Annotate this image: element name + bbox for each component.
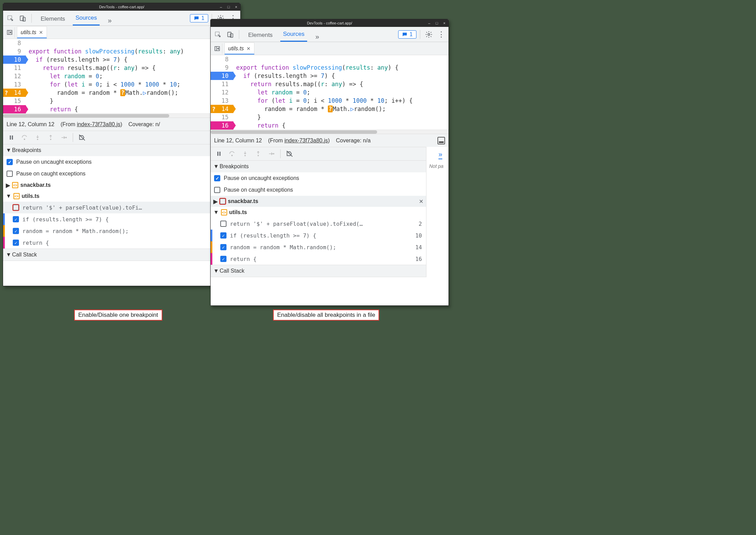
step-over-icon[interactable] <box>226 149 238 159</box>
breakpoint-row[interactable]: return '$' + parseFloat(value).toFi…✎✕2 <box>3 202 240 213</box>
pause-icon[interactable] <box>213 149 224 159</box>
callstack-pane-header[interactable]: ▼Call Stack <box>3 249 240 261</box>
device-icon[interactable] <box>18 13 28 23</box>
line-number[interactable]: 16 <box>211 121 233 130</box>
checkbox[interactable] <box>220 198 226 204</box>
pause-caught-row[interactable]: Pause on caught exceptions <box>211 184 426 196</box>
horizontal-scrollbar[interactable] <box>3 113 240 118</box>
remove-icon[interactable]: ✕ <box>419 198 423 205</box>
step-into-icon[interactable] <box>240 149 251 159</box>
breakpoint-row[interactable]: if (results.length >= 7) {10 <box>3 213 240 225</box>
breakpoint-file-snackbar[interactable]: ▶snackbar.ts✕ <box>211 196 426 207</box>
line-number[interactable]: 10 <box>211 72 233 80</box>
line-number[interactable]: 12 <box>3 72 26 80</box>
deactivate-breakpoints-icon[interactable] <box>284 149 295 159</box>
dock-icon[interactable] <box>437 137 445 144</box>
breakpoint-row[interactable]: random = random * Math.random();14 <box>211 241 426 253</box>
step-out-icon[interactable] <box>45 132 56 143</box>
breakpoint-row[interactable]: if (results.length >= 7) {10 <box>211 230 426 241</box>
maximize-button[interactable]: □ <box>226 5 231 9</box>
inspect-icon[interactable] <box>213 29 223 40</box>
line-number[interactable]: 15 <box>3 97 26 105</box>
tab-elements[interactable]: Elements <box>245 28 275 42</box>
tab-sources[interactable]: Sources <box>73 11 100 26</box>
horizontal-scrollbar[interactable] <box>211 130 448 134</box>
checkbox[interactable] <box>13 216 19 222</box>
cursor-position[interactable]: Line 12, Column 12 <box>7 121 54 128</box>
pause-uncaught-row[interactable]: Pause on uncaught exceptions <box>211 172 426 184</box>
tab-elements[interactable]: Elements <box>38 12 68 26</box>
checkbox[interactable] <box>7 159 13 165</box>
minimize-button[interactable]: – <box>219 5 223 9</box>
file-tab-utils[interactable]: utils.ts ✕ <box>17 26 47 38</box>
navigator-toggle-icon[interactable] <box>212 43 222 54</box>
close-tab-icon[interactable]: ✕ <box>39 30 43 35</box>
more-tabs-icon[interactable]: » <box>312 31 322 42</box>
kebab-icon[interactable]: ⋮ <box>436 29 446 40</box>
settings-icon[interactable] <box>424 29 434 40</box>
pause-icon[interactable] <box>6 132 17 143</box>
more-tabs-icon[interactable]: » <box>439 150 442 158</box>
line-number[interactable]: 10 <box>3 55 26 64</box>
file-tab-utils[interactable]: utils.ts ✕ <box>224 42 254 54</box>
line-number[interactable]: ?14 <box>3 89 26 97</box>
checkbox[interactable] <box>220 244 226 250</box>
tab-sources[interactable]: Sources <box>280 27 307 42</box>
callstack-pane-header[interactable]: ▼Call Stack <box>211 265 426 277</box>
close-button[interactable]: × <box>442 21 446 25</box>
checkbox[interactable] <box>220 256 226 262</box>
breakpoint-row[interactable]: return {16 <box>211 253 426 265</box>
line-number[interactable]: 15 <box>211 113 233 121</box>
line-number[interactable]: 9 <box>211 63 233 72</box>
line-number[interactable]: 8 <box>211 55 233 63</box>
line-number[interactable]: 13 <box>211 97 233 105</box>
step-icon[interactable] <box>58 132 69 143</box>
checkbox[interactable] <box>13 240 19 246</box>
line-number[interactable]: 13 <box>3 80 26 89</box>
breakpoint-row[interactable]: return {16 <box>3 237 240 249</box>
step-out-icon[interactable] <box>253 149 264 159</box>
step-into-icon[interactable] <box>32 132 43 143</box>
breakpoint-file-snackbar[interactable]: ▶<>snackbar.ts <box>3 180 240 191</box>
checkbox[interactable] <box>13 228 19 234</box>
source-map-info[interactable]: (From index-73f73a80.js) <box>61 121 122 128</box>
deactivate-breakpoints-icon[interactable] <box>77 132 88 143</box>
navigator-toggle-icon[interactable] <box>4 27 15 38</box>
breakpoint-row[interactable]: random = random * Math.random();14 <box>3 225 240 237</box>
breakpoint-file-utils[interactable]: ▼<>utils.ts <box>3 191 240 202</box>
line-number[interactable]: 12 <box>211 88 233 97</box>
cursor-position[interactable]: Line 12, Column 12 <box>214 138 262 144</box>
step-over-icon[interactable] <box>19 132 30 143</box>
maximize-button[interactable]: □ <box>435 21 439 25</box>
issues-badge[interactable]: 1 <box>398 30 416 39</box>
checkbox[interactable] <box>220 232 226 239</box>
line-number[interactable]: 11 <box>3 64 26 72</box>
source-map-info[interactable]: (From index-73f73a80.js) <box>268 138 330 144</box>
checkbox[interactable] <box>220 221 226 227</box>
breakpoints-pane-header[interactable]: ▼Breakpoints <box>211 161 426 172</box>
breakpoint-row[interactable]: return '$' + parseFloat(value).toFixed(…… <box>211 218 426 230</box>
device-icon[interactable] <box>225 29 235 40</box>
line-number[interactable]: 8 <box>3 39 26 47</box>
breakpoint-file-utils[interactable]: ▼<>utils.ts <box>211 207 426 218</box>
step-icon[interactable] <box>266 149 277 159</box>
more-tabs-icon[interactable]: » <box>104 15 115 26</box>
breakpoints-pane-header[interactable]: ▼Breakpoints <box>3 144 240 156</box>
line-number[interactable]: 16 <box>3 105 26 113</box>
code-editor[interactable]: 8 9export function slowProcessing(result… <box>3 39 240 118</box>
line-number[interactable]: 9 <box>3 47 26 55</box>
close-tab-icon[interactable]: ✕ <box>246 46 251 51</box>
checkbox[interactable] <box>214 187 220 193</box>
issues-badge[interactable]: 1 <box>190 14 208 22</box>
minimize-button[interactable]: – <box>427 21 431 25</box>
checkbox[interactable] <box>13 204 19 211</box>
close-button[interactable]: × <box>234 5 238 9</box>
checkbox[interactable] <box>7 171 13 177</box>
code-editor[interactable]: 8 9export function slowProcessing(result… <box>211 55 448 134</box>
inspect-icon[interactable] <box>5 13 16 23</box>
line-number[interactable]: ?14 <box>211 105 233 113</box>
pause-caught-row[interactable]: Pause on caught exceptions <box>3 168 240 180</box>
checkbox[interactable] <box>214 175 220 181</box>
line-number[interactable]: 11 <box>211 80 233 88</box>
pause-uncaught-row[interactable]: Pause on uncaught exceptions <box>3 156 240 168</box>
